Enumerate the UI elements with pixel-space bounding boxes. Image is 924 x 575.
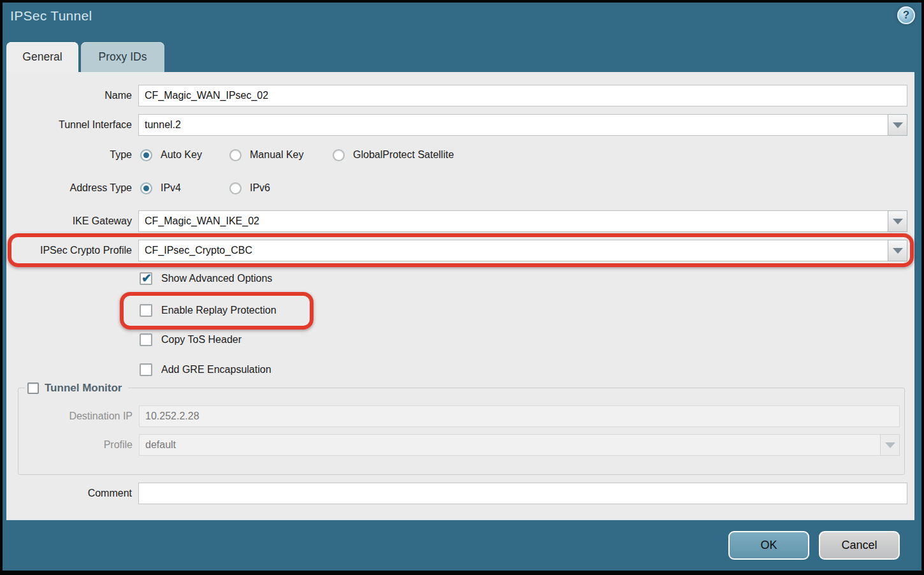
tunnel-interface-label: Tunnel Interface: [6, 119, 132, 131]
type-option-manual-key[interactable]: Manual Key: [229, 143, 304, 166]
destination-ip-input: [139, 405, 900, 427]
ipsec-crypto-profile-input[interactable]: [138, 240, 888, 261]
ike-gateway-input[interactable]: [138, 210, 888, 232]
help-icon[interactable]: ?: [897, 6, 915, 24]
tab-general-label: General: [22, 50, 62, 64]
address-type-option-ipv6[interactable]: IPv6: [229, 177, 270, 200]
type-option-auto-key[interactable]: Auto Key: [140, 143, 202, 166]
comment-input[interactable]: [138, 483, 907, 504]
radio-auto-key-label: Auto Key: [161, 149, 202, 161]
radio-globalprotect-satellite-label: GlobalProtect Satellite: [353, 149, 454, 161]
ipsec-crypto-profile-label: IPSec Crypto Profile: [6, 245, 132, 256]
copy-tos-header-checkbox[interactable]: [140, 333, 152, 346]
enable-replay-protection-checkbox[interactable]: [140, 304, 152, 317]
ipsec-crypto-profile-dropdown-button[interactable]: [888, 240, 907, 261]
chevron-down-icon: [893, 248, 903, 254]
name-row: Name: [6, 85, 907, 106]
cancel-button[interactable]: Cancel: [819, 531, 900, 560]
address-type-option-ipv4[interactable]: IPv4: [140, 177, 181, 200]
chevron-down-icon: [893, 122, 903, 128]
radio-ipv6[interactable]: [229, 182, 242, 194]
comment-label: Comment: [6, 488, 132, 499]
type-label: Type: [6, 149, 132, 161]
ok-button-label: OK: [760, 539, 777, 552]
chevron-down-icon: [893, 219, 903, 224]
tunnel-interface-dropdown-button[interactable]: [888, 114, 907, 136]
tunnel-monitor-legend: Tunnel Monitor: [25, 381, 128, 396]
general-tab-panel: Name Tunnel Interface Type Auto Key: [6, 72, 914, 520]
type-option-globalprotect-satellite[interactable]: GlobalProtect Satellite: [333, 143, 454, 166]
dialog-title: IPSec Tunnel: [10, 8, 92, 24]
tab-proxy-ids-label: Proxy IDs: [99, 50, 147, 64]
destination-ip-row: Destination IP: [18, 405, 900, 427]
copy-tos-header-label: Copy ToS Header: [161, 334, 242, 346]
ipsec-tunnel-dialog: IPSec Tunnel ? General Proxy IDs Name Tu…: [0, 0, 924, 575]
add-gre-encapsulation-checkbox[interactable]: [140, 363, 152, 376]
ok-button[interactable]: OK: [728, 531, 809, 560]
tunnel-monitor-label: Tunnel Monitor: [45, 382, 122, 395]
tunnel-interface-row: Tunnel Interface: [6, 114, 907, 136]
profile-row: Profile: [18, 434, 900, 456]
help-icon-glyph: ?: [903, 9, 909, 22]
radio-ipv4[interactable]: [140, 182, 152, 194]
comment-row: Comment: [6, 483, 907, 504]
profile-dropdown-button: [880, 434, 900, 456]
radio-ipv4-label: IPv4: [161, 182, 181, 194]
tab-proxy-ids[interactable]: Proxy IDs: [81, 42, 164, 72]
type-row: Type Auto Key Manual Key GlobalProtect S…: [6, 143, 907, 166]
profile-input: [139, 434, 881, 456]
tunnel-monitor-fieldset: Tunnel Monitor Destination IP Profile: [18, 388, 905, 475]
ike-gateway-label: IKE Gateway: [6, 215, 132, 227]
enable-replay-protection-label: Enable Replay Protection: [161, 305, 277, 316]
name-input[interactable]: [138, 85, 907, 106]
radio-manual-key[interactable]: [229, 149, 242, 161]
address-type-label: Address Type: [6, 182, 132, 194]
radio-auto-key[interactable]: [140, 149, 152, 161]
enable-replay-protection-row[interactable]: Enable Replay Protection: [140, 302, 277, 319]
name-label: Name: [6, 90, 132, 101]
tab-general[interactable]: General: [6, 42, 78, 72]
add-gre-encapsulation-row[interactable]: Add GRE Encapsulation: [140, 361, 271, 378]
radio-globalprotect-satellite[interactable]: [333, 149, 345, 161]
radio-manual-key-label: Manual Key: [250, 149, 304, 161]
profile-label: Profile: [18, 439, 133, 451]
address-type-row: Address Type IPv4 IPv6: [6, 177, 907, 200]
chevron-down-icon: [885, 442, 895, 448]
destination-ip-label: Destination IP: [18, 411, 133, 422]
tunnel-monitor-checkbox[interactable]: [27, 382, 39, 394]
show-advanced-options-label: Show Advanced Options: [161, 273, 272, 284]
ike-gateway-dropdown-button[interactable]: [888, 210, 907, 232]
copy-tos-header-row[interactable]: Copy ToS Header: [140, 331, 242, 348]
ipsec-crypto-profile-row: IPSec Crypto Profile: [6, 240, 907, 261]
radio-ipv6-label: IPv6: [250, 182, 270, 194]
tunnel-interface-input[interactable]: [138, 114, 888, 136]
show-advanced-options-checkbox[interactable]: [140, 272, 152, 285]
show-advanced-options-row[interactable]: Show Advanced Options: [140, 270, 272, 287]
ike-gateway-row: IKE Gateway: [6, 210, 907, 232]
cancel-button-label: Cancel: [841, 539, 877, 552]
add-gre-encapsulation-label: Add GRE Encapsulation: [161, 364, 271, 375]
